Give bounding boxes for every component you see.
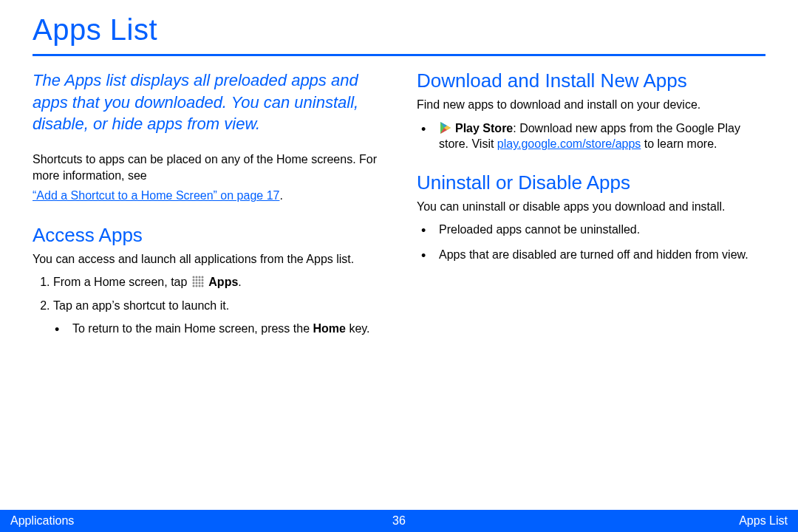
play-store-text-b: to learn more. (641, 137, 717, 150)
play-store-icon (439, 121, 452, 134)
download-bullets: Play Store: Download new apps from the G… (417, 120, 765, 152)
page-footer: Applications 36 Apps List (0, 510, 798, 532)
left-column: The Apps list displays all preloaded app… (33, 69, 381, 344)
step-2: Tap an app’s shortcut to launch it. To r… (53, 298, 381, 337)
title-rule (33, 54, 765, 56)
play-store-label: Play Store (455, 122, 513, 134)
uninstall-heading: Uninstall or Disable Apps (417, 171, 765, 194)
footer-page-number: 36 (392, 514, 406, 528)
step-1-text-a: From a Home screen, tap (53, 276, 191, 288)
svg-point-14 (198, 285, 200, 287)
shortcut-info-line: Shortcuts to apps can be placed on any o… (33, 153, 377, 182)
step-2-sub-item: To return to the main Home screen, press… (53, 321, 381, 337)
step-1: From a Home screen, tap Apps. (53, 274, 381, 290)
step-2-sub-home: Home (313, 322, 345, 335)
play-store-bullet: Play Store: Download new apps from the G… (417, 120, 765, 152)
shortcut-info: Shortcuts to apps can be placed on any o… (33, 151, 381, 183)
step-2-sub-a: To return to the main Home screen, press… (72, 322, 313, 335)
svg-point-15 (201, 285, 203, 287)
download-heading: Download and Install New Apps (417, 69, 765, 92)
svg-point-9 (195, 282, 197, 284)
svg-point-10 (198, 282, 200, 284)
svg-point-11 (201, 282, 203, 284)
right-column: Download and Install New Apps Find new a… (417, 69, 765, 344)
svg-point-12 (192, 285, 194, 287)
svg-point-4 (192, 279, 194, 282)
step-2-sub-c: key. (346, 322, 370, 335)
svg-point-5 (195, 279, 197, 282)
svg-point-6 (198, 279, 200, 282)
intro-text: The Apps list displays all preloaded app… (33, 69, 381, 135)
svg-point-0 (192, 276, 194, 279)
access-apps-steps: From a Home screen, tap Apps. Tap an app… (33, 274, 381, 337)
page-title: Apps List (33, 13, 765, 47)
shortcut-xref-link[interactable]: “Add a Shortcut to a Home Screen” on pag… (33, 189, 279, 202)
apps-grid-icon (192, 276, 204, 287)
shortcut-xref-line: “Add a Shortcut to a Home Screen” on pag… (33, 188, 381, 204)
svg-point-1 (195, 276, 197, 279)
download-desc: Find new apps to download and install on… (417, 97, 765, 113)
uninstall-bullet-2: Apps that are disabled are turned off an… (417, 247, 765, 263)
svg-point-7 (201, 279, 203, 282)
footer-left: Applications (10, 514, 74, 528)
uninstall-bullet-1: Preloaded apps cannot be uninstalled. (417, 222, 765, 238)
footer-right: Apps List (739, 514, 788, 528)
access-apps-heading: Access Apps (33, 224, 381, 247)
svg-point-3 (201, 276, 203, 279)
step-1-text-c: . (238, 276, 241, 288)
uninstall-desc: You can uninstall or disable apps you do… (417, 199, 765, 215)
svg-point-8 (192, 282, 194, 284)
step-1-apps-label: Apps (208, 276, 238, 288)
xref-period: . (279, 189, 282, 202)
svg-point-13 (195, 285, 197, 287)
step-2-sub: To return to the main Home screen, press… (53, 321, 381, 337)
access-apps-desc: You can access and launch all applicatio… (33, 251, 381, 267)
content-columns: The Apps list displays all preloaded app… (33, 69, 765, 344)
uninstall-bullets: Preloaded apps cannot be uninstalled. Ap… (417, 222, 765, 262)
play-store-link[interactable]: play.google.com/store/apps (497, 137, 641, 150)
step-2-text: Tap an app’s shortcut to launch it. (53, 299, 229, 312)
svg-point-2 (198, 276, 200, 279)
